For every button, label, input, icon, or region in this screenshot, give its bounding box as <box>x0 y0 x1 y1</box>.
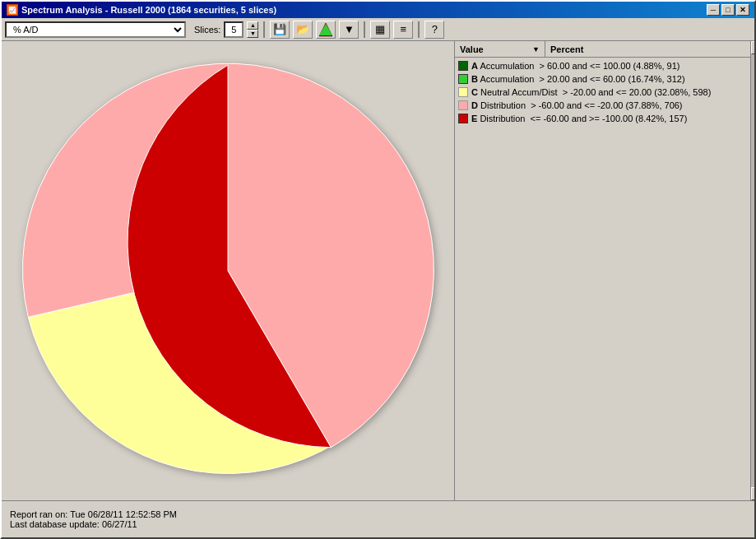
main-window: 📈 Spectrum Analysis - Russell 2000 (1864… <box>0 0 756 539</box>
chart-color-button[interactable] <box>316 21 336 39</box>
legend-color-e <box>458 114 468 123</box>
legend-row-b: B Accumulation > 20.00 and <= 60.00 (16.… <box>455 72 750 86</box>
spinner-down[interactable]: ▼ <box>247 30 258 38</box>
legend-color-a <box>458 61 468 71</box>
minimize-button[interactable]: ─ <box>707 4 720 16</box>
scrollbar-right: ▲ ▼ <box>750 41 754 500</box>
close-button[interactable]: ✕ <box>736 4 749 16</box>
legend-row-c: C Neutral Accum/Dist > -20.00 and <= 20.… <box>455 86 750 99</box>
scroll-up-button[interactable]: ▲ <box>751 41 754 54</box>
legend-col-value: Value ▼ <box>455 41 545 57</box>
title-bar-left: 📈 Spectrum Analysis - Russell 2000 (1864… <box>7 4 276 16</box>
chart-area <box>2 41 454 500</box>
open-button[interactable]: 📂 <box>293 21 313 39</box>
sort-icon[interactable]: ▼ <box>532 45 540 53</box>
title-bar: 📈 Spectrum Analysis - Russell 2000 (1864… <box>2 2 754 18</box>
report-ran-text: Report ran on: Tue 06/28/11 12:52:58 PM <box>10 509 746 519</box>
grid-button[interactable]: ▦ <box>370 21 390 39</box>
legend-color-d <box>458 100 468 110</box>
legend-panel: Value ▼ Percent A Accumulation > 60.00 a… <box>454 41 750 500</box>
toolbar: % A/D Slices: ▲ ▼ 💾 📂 ▼ ▦ ≡ ? <box>2 18 754 41</box>
help-button[interactable]: ? <box>424 21 444 39</box>
legend-label-b: B Accumulation > 20.00 and <= 60.00 (16.… <box>471 73 685 85</box>
window-title: Spectrum Analysis - Russell 2000 (1864 s… <box>21 5 276 15</box>
dropdown-arrow[interactable]: ▼ <box>339 21 359 39</box>
toolbar-separator-2 <box>364 21 365 38</box>
indicator-dropdown[interactable]: % A/D <box>5 21 186 38</box>
app-icon: 📈 <box>7 4 18 16</box>
list-button[interactable]: ≡ <box>393 21 413 39</box>
legend-color-c <box>458 87 468 97</box>
slices-spinner[interactable]: ▲ ▼ <box>247 21 258 38</box>
legend-header: Value ▼ Percent <box>455 41 750 58</box>
title-bar-buttons: ─ □ ✕ <box>707 4 749 16</box>
scroll-track[interactable] <box>751 54 754 487</box>
legend-row-e: E Distribution <= -60.00 and >= -100.00 … <box>455 112 750 125</box>
legend-label-a: A Accumulation > 60.00 and <= 100.00 (4.… <box>471 60 680 72</box>
toolbar-separator-1 <box>263 21 265 38</box>
scroll-down-button[interactable]: ▼ <box>751 487 754 500</box>
pie-chart-svg <box>10 49 446 493</box>
slices-input[interactable] <box>224 21 243 38</box>
legend-label-e: E Distribution <= -60.00 and >= -100.00 … <box>471 113 687 124</box>
legend-label-c: C Neutral Accum/Dist > -20.00 and <= 20.… <box>471 86 711 98</box>
spinner-up[interactable]: ▲ <box>247 21 258 30</box>
main-content: Value ▼ Percent A Accumulation > 60.00 a… <box>2 41 754 500</box>
legend-col-percent: Percent <box>545 41 750 57</box>
right-panel: Value ▼ Percent A Accumulation > 60.00 a… <box>454 41 754 500</box>
legend-label-d: D Distribution > -60.00 and <= -20.00 (3… <box>471 100 683 111</box>
legend-row-d: D Distribution > -60.00 and <= -20.00 (3… <box>455 99 750 112</box>
legend-color-b <box>458 74 468 84</box>
maximize-button[interactable]: □ <box>721 4 735 16</box>
toolbar-separator-3 <box>418 21 420 38</box>
legend-row-a: A Accumulation > 60.00 and <= 100.00 (4.… <box>455 59 750 72</box>
status-bar: Report ran on: Tue 06/28/11 12:52:58 PM … <box>2 500 754 537</box>
legend-rows: A Accumulation > 60.00 and <= 100.00 (4.… <box>455 58 750 127</box>
last-update-text: Last database update: 06/27/11 <box>10 519 746 529</box>
save-button[interactable]: 💾 <box>270 21 290 39</box>
slices-label: Slices: <box>194 25 220 35</box>
